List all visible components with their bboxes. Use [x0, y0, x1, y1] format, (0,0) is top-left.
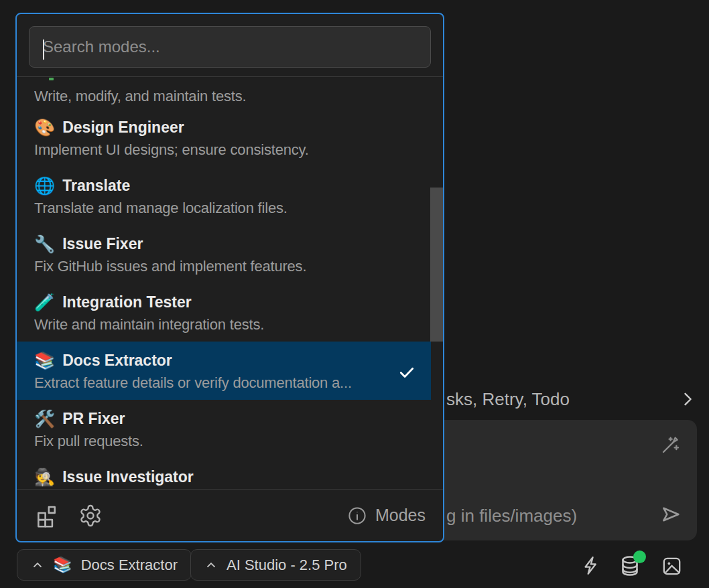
books-emoji-icon: 📚	[34, 352, 55, 369]
sparkle-wand-icon[interactable]	[659, 435, 681, 456]
mode-description: Extract feature details or verify docume…	[34, 374, 415, 392]
mode-name: Docs Extractor	[62, 352, 172, 370]
send-icon[interactable]	[659, 503, 682, 526]
mode-list: Write, modify, and maintain tests.🎨Desig…	[17, 77, 443, 489]
chevron-right-icon[interactable]	[678, 390, 697, 409]
test-tube-emoji-sliver	[49, 78, 54, 80]
mode-description: Fix GitHub issues and implement features…	[34, 257, 415, 276]
mode-item-issue-fixer[interactable]: 🔧Issue FixerFix GitHub issues and implem…	[17, 225, 431, 283]
context-condense-row: sks, Retry, Todo	[446, 384, 697, 414]
mode-item-pr-fixer[interactable]: 🛠️PR FixerFix pull requests.	[17, 400, 431, 458]
search-wrap	[17, 14, 443, 76]
text-caret	[43, 40, 44, 60]
info-icon	[347, 506, 367, 526]
mode-description: Write, modify, and maintain tests.	[34, 87, 415, 106]
flash-icon[interactable]	[580, 555, 602, 577]
mode-description: Implement UI designs; ensure consistency…	[34, 141, 415, 159]
model-selector-button[interactable]: AI Studio - 2.5 Pro	[190, 549, 361, 581]
context-row-text: sks, Retry, Todo	[446, 389, 570, 410]
mode-selector-label: Docs Extractor	[81, 557, 178, 574]
mode-item-scrolled-partial[interactable]: Write, modify, and maintain tests.	[17, 77, 431, 108]
settings-gear-icon[interactable]	[78, 504, 103, 528]
mode-selector-button[interactable]: 📚 Docs Extractor	[17, 549, 192, 581]
mode-name: Design Engineer	[62, 119, 184, 137]
mode-item-design-engineer[interactable]: 🎨Design EngineerImplement UI designs; en…	[17, 108, 431, 167]
wrench-emoji-icon: 🔧	[34, 236, 55, 252]
mode-name: PR Fixer	[62, 410, 125, 428]
check-icon	[397, 363, 416, 382]
modes-info-link[interactable]: Modes	[347, 506, 426, 526]
books-emoji-icon: 📚	[53, 557, 72, 573]
palette-emoji-icon: 🎨	[34, 119, 55, 136]
globe-emoji-icon: 🌐	[34, 177, 55, 194]
search-modes-input[interactable]	[29, 26, 431, 68]
test-tube-emoji-icon: 🧪	[34, 294, 55, 311]
mode-name: Integration Tester	[62, 293, 192, 311]
mode-description: Fix pull requests.	[34, 432, 415, 451]
mode-name: Translate	[62, 177, 130, 195]
chevron-up-icon	[204, 559, 218, 572]
image-icon[interactable]	[661, 555, 683, 577]
chat-placeholder-fragment: g in files/images)	[446, 506, 577, 526]
mode-item-integration-tester[interactable]: 🧪Integration TesterWrite and maintain in…	[17, 283, 431, 342]
mode-name: Issue Investigator	[62, 468, 194, 486]
modes-info-label: Modes	[375, 506, 426, 525]
chevron-up-icon	[31, 559, 44, 572]
mode-item-translate[interactable]: 🌐TranslateTranslate and manage localizat…	[17, 167, 431, 225]
mode-picker-popover: Write, modify, and maintain tests.🎨Desig…	[15, 13, 444, 542]
mode-item-docs-extractor[interactable]: 📚Docs ExtractorExtract feature details o…	[17, 342, 431, 400]
detective-emoji-icon: 🕵️	[34, 469, 55, 486]
hammer-wrench-emoji-icon: 🛠️	[34, 411, 55, 427]
model-selector-label: AI Studio - 2.5 Pro	[227, 557, 347, 574]
mode-description: Translate and manage localization files.	[34, 199, 415, 218]
mode-name: Issue Fixer	[62, 235, 143, 253]
extensions-icon[interactable]	[34, 503, 60, 528]
mode-item-issue-investigator[interactable]: 🕵️Issue Investigator	[17, 458, 431, 489]
status-online-dot	[633, 550, 646, 563]
database-icon[interactable]	[618, 554, 642, 578]
mode-description: Write and maintain integration tests.	[34, 315, 415, 334]
mode-picker-footer: Modes	[17, 489, 443, 541]
scrollbar-thumb[interactable]	[430, 188, 443, 342]
app-canvas: sks, Retry, Todo g in files/images) 📚 Do…	[0, 0, 709, 588]
